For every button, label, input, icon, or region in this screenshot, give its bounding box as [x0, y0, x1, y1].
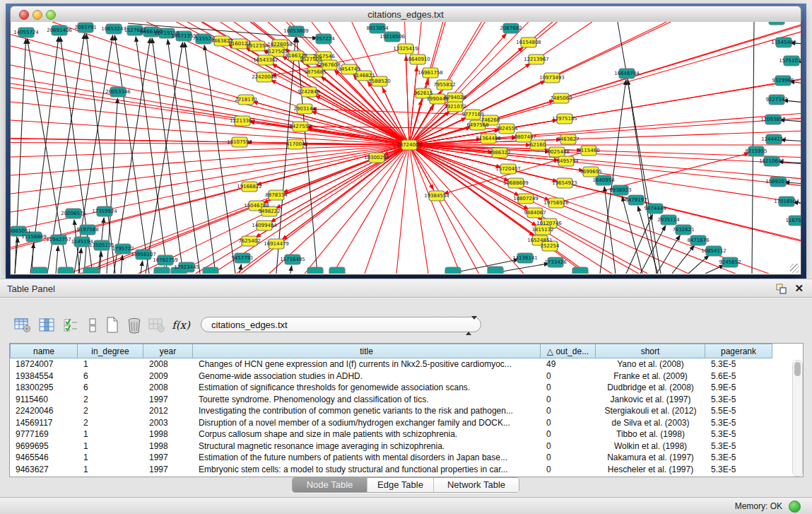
column-header-short[interactable]: short: [596, 344, 705, 358]
graph-node-label: 1733426: [544, 259, 567, 265]
graph-node-label: 9197588: [76, 227, 98, 233]
table-panel-body: f(x) citations_edges.txt namein_degreeye…: [0, 298, 812, 497]
graph-node-label: 9242848: [298, 89, 319, 95]
table-row[interactable]: 1938455462009Genome-wide association stu…: [10, 370, 772, 382]
column-header-in_degree[interactable]: in_degree: [78, 344, 143, 358]
table-cell: 1: [78, 440, 143, 452]
graph-node[interactable]: [572, 267, 588, 274]
table-cell: 1997: [143, 394, 193, 406]
table-cell: 2012: [143, 405, 193, 417]
table-cell: 1: [78, 358, 143, 370]
tab-edge-table[interactable]: Edge Table: [367, 478, 434, 492]
graph-node-label: 9484067: [524, 210, 546, 216]
column-header-name[interactable]: name: [10, 344, 78, 358]
table-source-value: citations_edges.txt: [211, 320, 288, 330]
table-row[interactable]: 969969511998Structural magnetic resonanc…: [10, 440, 772, 452]
graph-node-label: 15716485: [280, 257, 305, 262]
table-cell: Dudbridge et al. (2008): [596, 382, 705, 394]
delete-table-button[interactable]: [124, 315, 144, 335]
graph-node-label: 8938923: [609, 187, 631, 193]
graph-node[interactable]: [329, 267, 345, 274]
trash-icon: [126, 317, 142, 334]
black-edge: [114, 38, 151, 274]
column-header-title[interactable]: title: [193, 344, 541, 358]
tab-node-table[interactable]: Node Table: [293, 478, 367, 492]
graph-node-label: 14136141: [512, 255, 538, 261]
network-window-titlebar[interactable]: citations_edges.txt: [10, 6, 801, 23]
table-cell: 2008: [143, 382, 193, 394]
table-cell: Disruption of a novel member of a sodium…: [193, 417, 541, 429]
graph-node-label: 1167533: [785, 218, 801, 223]
window-resize-grip[interactable]: [790, 264, 799, 273]
table-cell: 19384554: [10, 370, 78, 382]
graph-node-label: 1921072: [444, 104, 466, 110]
graph-node-label: 12444154: [761, 136, 787, 142]
new-table-button[interactable]: [102, 315, 122, 335]
show-columns-button[interactable]: [37, 315, 57, 335]
black-edge: [688, 255, 709, 274]
graph-node-label: 15046788: [244, 203, 269, 209]
checklist-icon: [63, 317, 78, 333]
table-row[interactable]: 911546021997Tourette syndrome. Phenomeno…: [10, 394, 772, 406]
table-cell: Embryonic stem cells: a model to study s…: [193, 464, 541, 476]
table-cell: 1997: [143, 464, 193, 476]
table-row[interactable]: 2242004622012Investigating the contribut…: [10, 405, 772, 417]
column-header-out_de[interactable]: △ out_de...: [541, 344, 596, 358]
table-row[interactable]: 946554611997Estimation of the future num…: [10, 452, 772, 464]
table-cell: Hescheler et al. (1997): [596, 464, 705, 476]
table-scrollbar-thumb[interactable]: [794, 362, 801, 376]
graph-node-label: 13325419: [393, 46, 418, 52]
tab-network-table[interactable]: Network Table: [434, 478, 519, 492]
node-table: namein_degreeyeartitle△ out_de...shortpa…: [9, 343, 804, 477]
function-builder-button[interactable]: f(x): [171, 315, 191, 335]
table-cell: 0: [541, 464, 596, 476]
table-cell: 9465546: [10, 452, 78, 464]
close-panel-icon[interactable]: ✕: [794, 282, 804, 295]
graph-node[interactable]: [488, 267, 503, 274]
graph-node-label: 7955812: [433, 82, 455, 88]
graph-node-label: 7625402: [238, 238, 260, 244]
black-edge: [290, 266, 292, 274]
combo-arrows-icon: [466, 320, 472, 331]
graph-node[interactable]: [203, 267, 218, 274]
graph-node[interactable]: [445, 267, 461, 274]
graph-node[interactable]: [154, 267, 170, 274]
select-rows-button[interactable]: [61, 315, 81, 335]
graph-node-label: 7986322: [488, 150, 510, 156]
table-row[interactable]: 1872400712008Changes of HCN gene express…: [10, 358, 772, 370]
import-table-button-disabled[interactable]: [147, 315, 167, 335]
graph-node-label: 2718170: [235, 97, 257, 103]
column-header-pagerank[interactable]: pagerank: [705, 344, 772, 358]
network-canvas[interactable]: 1872400714055724206914062093791106532471…: [11, 22, 801, 274]
red-edge: [406, 56, 409, 145]
table-cell: 1: [78, 452, 143, 464]
table-row[interactable]: 946362711997Embryonic stem cells: a mode…: [10, 464, 772, 476]
column-header-year[interactable]: year: [143, 344, 193, 358]
graph-node-label: 20691406: [47, 28, 72, 33]
table-cell: 1: [78, 464, 143, 476]
graph-node-label: 2903144: [293, 106, 316, 112]
graph-node-label: 16053809: [283, 28, 309, 34]
graph-node[interactable]: [58, 267, 73, 274]
table-row[interactable]: 1456911722003Disruption of a novel membe…: [10, 417, 772, 429]
table-cell: 0: [541, 382, 596, 394]
graph-node[interactable]: [83, 267, 99, 274]
table-cell: Tourette syndrome. Phenomenology and cla…: [193, 394, 541, 406]
table-options-button[interactable]: [13, 315, 33, 335]
graph-node-label: 1074274: [765, 22, 788, 23]
graph-node-label: 10688609: [503, 180, 529, 186]
graph-node[interactable]: [307, 267, 323, 274]
graph-node-label: 12213363: [230, 118, 255, 124]
float-panel-icon[interactable]: [776, 284, 787, 294]
table-source-select[interactable]: citations_edges.txt: [201, 317, 481, 332]
black-edge: [705, 265, 724, 274]
table-cell: Stergiakouli et al. (2012): [596, 405, 705, 417]
black-edge: [628, 80, 657, 274]
table-scrollbar-track[interactable]: [792, 360, 803, 477]
graph-node[interactable]: [32, 267, 47, 274]
black-edge: [622, 197, 642, 274]
row-height-button[interactable]: [83, 315, 102, 335]
table-row[interactable]: 1830029562008Estimation of significance …: [10, 382, 772, 394]
network-view-window: citations_edges.txt 18724007140557242069…: [10, 6, 801, 275]
table-row[interactable]: 977716911998Corpus callosum shape and si…: [10, 428, 772, 440]
